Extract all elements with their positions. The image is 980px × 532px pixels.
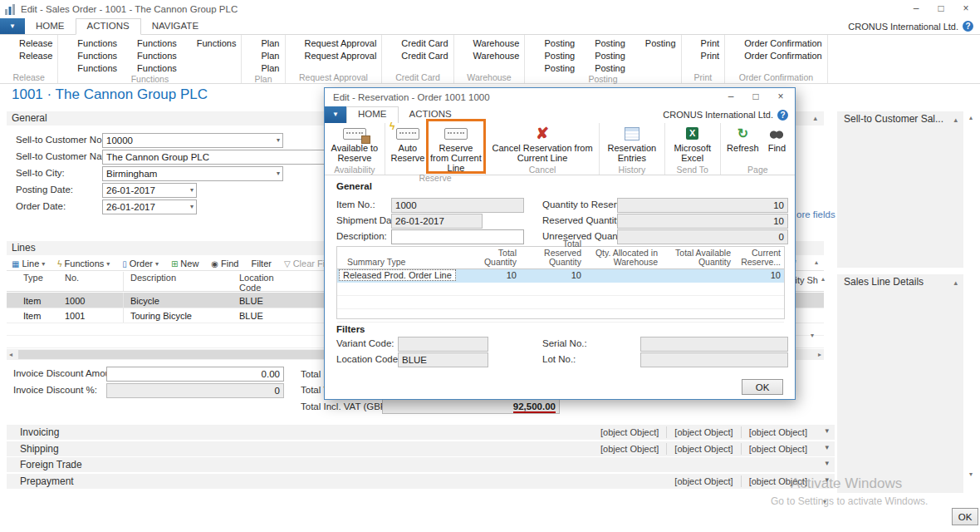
scroll-right-icon[interactable]: ▸ [818, 351, 821, 358]
ribbon-button[interactable]: Credit Card [387, 37, 448, 49]
fasttab-header[interactable]: Invoicing [object Object][object Object]… [7, 425, 835, 440]
order-date-input[interactable]: 26-01-2017 [102, 200, 197, 214]
posting-date-input[interactable]: 26-01-2017 [102, 183, 197, 198]
ribbon-button[interactable]: Posting [530, 62, 575, 74]
ribbon-button[interactable]: Print [687, 49, 720, 62]
sell-to-customer-no-input[interactable]: 10000 [102, 133, 283, 148]
ribbon-button[interactable]: Posting [530, 37, 575, 49]
ribbon-button[interactable]: Plan [247, 37, 279, 49]
ribbon-tab[interactable]: ACTIONS [76, 18, 141, 35]
cancel-reservation-button[interactable]: Cancel Reservation from Current Line [488, 123, 596, 163]
dropdown-icon[interactable] [190, 184, 194, 197]
help-icon[interactable] [963, 21, 973, 32]
ribbon-button[interactable]: Print [687, 37, 720, 49]
ribbon-button[interactable]: Plan [247, 62, 279, 74]
sidebar-scroll-up-icon[interactable]: ▴ [969, 114, 973, 121]
factbox-header[interactable]: Sales Line Details [837, 274, 963, 289]
dropdown-icon[interactable] [277, 134, 280, 147]
ribbon-button[interactable]: Release [5, 49, 52, 62]
ribbon-button[interactable]: Order Confirmation [730, 37, 822, 49]
ribbon-button[interactable]: Functions [63, 62, 117, 74]
collapse-icon[interactable] [813, 111, 817, 126]
ribbon-button[interactable]: Warehouse [459, 49, 520, 62]
lines-toolbar-button[interactable]: ▦ Line [12, 259, 45, 268]
fasttab-header[interactable]: Shipping [object Object][object Object][… [7, 441, 835, 456]
ribbon-button-label: Functions [137, 63, 177, 73]
close-button[interactable]: × [953, 0, 978, 18]
scroll-left-icon[interactable]: ◂ [9, 351, 12, 358]
sell-to-customer-name-input[interactable]: The Cannon Group PLC [102, 150, 328, 165]
dialog-application-menu-button[interactable]: ▼ [325, 106, 346, 123]
ribbon-button[interactable]: Functions [123, 49, 177, 62]
ribbon-tab[interactable]: HOME [25, 18, 76, 34]
ribbon-button[interactable]: Functions [63, 37, 117, 49]
main-ok-button[interactable]: OK [952, 508, 978, 525]
qty-to-reserve-input: 10 [617, 198, 788, 213]
ribbon-tab[interactable]: NAVIGATE [141, 18, 209, 34]
lines-collapse-icon[interactable]: ▴ [815, 259, 818, 266]
help-icon[interactable] [777, 110, 788, 121]
ribbon-button[interactable]: Functions [183, 37, 237, 49]
ribbon-button[interactable]: Request Approval [291, 49, 377, 62]
ribbon-button[interactable]: Posting [581, 62, 625, 74]
sidebar-scroll-down-icon[interactable]: ▾ [969, 470, 973, 478]
ribbon-group: Order Confirmation Order Confirmation Or… [725, 35, 828, 83]
expand-chevron-icon[interactable] [825, 443, 829, 451]
microsoft-excel-button[interactable]: Microsoft Excel [669, 123, 717, 163]
dialog-minimize-button[interactable]: – [718, 88, 743, 106]
ribbon-button[interactable]: Posting [581, 49, 625, 62]
invoice-discount-amount-input[interactable]: 0.00 [106, 367, 284, 382]
ribbon-button[interactable]: Plan [247, 49, 279, 62]
collapse-icon[interactable] [953, 112, 958, 127]
lines-scroll-down-icon[interactable]: ▾ [811, 332, 814, 339]
ribbon-button[interactable]: Posting [631, 37, 676, 49]
dropdown-icon[interactable] [190, 200, 194, 214]
ribbon-button[interactable]: Order Confirmation [730, 49, 822, 62]
ribbon-button[interactable]: Warehouse [459, 37, 520, 49]
application-menu-button[interactable]: ▼ [0, 18, 25, 34]
fasttab-header[interactable]: Prepayment [object Object][object Object… [7, 474, 835, 489]
dialog-ok-button[interactable]: OK [742, 379, 783, 395]
ribbon-button[interactable]: Request Approval [291, 37, 377, 49]
lines-toolbar-button[interactable]: ▯ Order [122, 259, 159, 268]
factbox-header[interactable]: Sell-to Customer Sal... [837, 111, 963, 126]
ribbon-button[interactable]: Release [5, 37, 52, 49]
dropdown-icon[interactable] [277, 167, 280, 180]
expand-chevron-icon[interactable] [825, 426, 829, 435]
description-input[interactable] [391, 229, 524, 244]
ribbon-button-label: Posting [544, 38, 575, 48]
expand-chevron-icon[interactable] [825, 475, 829, 484]
reservation-entries-button[interactable]: Reservation Entries [603, 123, 661, 163]
maximize-button[interactable]: □ [929, 0, 953, 18]
dialog-ribbon-tab[interactable]: ACTIONS [399, 106, 463, 123]
ribbon-button[interactable]: Credit Card [387, 49, 448, 62]
refresh-button[interactable]: Refresh [724, 123, 761, 153]
minimize-button[interactable]: – [904, 0, 929, 18]
company-name: CRONUS International Ltd. [848, 22, 958, 32]
available-to-reserve-button[interactable]: Available to Reserve [328, 123, 381, 163]
lines-toolbar-button[interactable]: ϟ Functions [57, 259, 110, 268]
find-button[interactable]: Find [762, 123, 791, 153]
ribbon-group-label: Plan [247, 74, 279, 85]
collapse-icon[interactable] [953, 275, 958, 290]
page-scroll-down-icon[interactable]: ▾ [823, 498, 826, 505]
show-more-fields-link-fragment[interactable]: ore fields [796, 209, 835, 219]
summary-table-row[interactable]: Released Prod. Order Line 10 10 10 [337, 269, 784, 283]
sell-to-city-input[interactable]: Birmingham [102, 166, 283, 181]
ribbon-button[interactable]: Functions [123, 37, 177, 49]
fasttab-header[interactable]: Foreign Trade [7, 457, 835, 472]
summary-type-cell[interactable]: Released Prod. Order Line [339, 269, 456, 281]
dialog-maximize-button[interactable]: □ [743, 88, 768, 106]
lines-toolbar-button[interactable]: ◉ Find [211, 259, 238, 268]
lines-scroll-up-icon[interactable]: ▴ [821, 275, 825, 283]
ribbon-button[interactable]: Posting [530, 49, 575, 62]
dialog-close-button[interactable]: × [768, 88, 793, 106]
lines-toolbar-button[interactable]: Filter [251, 259, 271, 268]
ribbon-button[interactable]: Functions [63, 49, 117, 62]
auto-reserve-button[interactable]: Auto Reserve [388, 123, 428, 163]
expand-chevron-icon[interactable] [825, 459, 829, 467]
ribbon-button[interactable]: Functions [123, 62, 177, 74]
ribbon-button[interactable]: Posting [581, 37, 625, 49]
lines-toolbar-button[interactable]: ⊞ New [171, 259, 198, 268]
reserve-from-current-line-button[interactable]: Reserve from Current Line [429, 123, 483, 173]
